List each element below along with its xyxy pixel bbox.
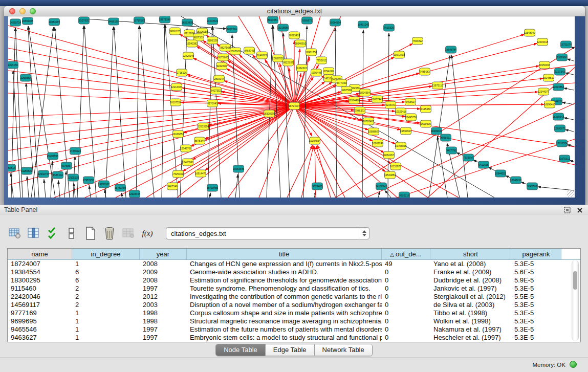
graph-node[interactable]: 7485083 [420,68,430,75]
graph-node[interactable]: 9146821 [257,52,268,59]
graph-node[interactable]: 10653287 [49,18,60,26]
table-cell[interactable]: Hescheler et al. (1997) [430,334,511,342]
table-cell[interactable]: 5.3E-5 [511,301,560,309]
graph-node[interactable]: 17016504 [556,140,568,147]
graph-node[interactable]: 15718485 [207,184,218,191]
table-cell[interactable]: Structural magnetic resonance image aver… [187,317,382,325]
column-header-name[interactable]: name [8,249,72,259]
graph-node[interactable]: 16151977 [390,163,401,170]
table-cell[interactable]: 49 [382,260,430,268]
graph-node[interactable]: 15751074 [560,41,572,48]
float-window-icon[interactable] [564,206,571,215]
tab-network-table[interactable]: Network Table [314,344,372,356]
graph-node[interactable]: 18807249 [372,140,383,147]
graph-node[interactable]: 16648784 [445,46,456,53]
table-cell[interactable]: Jankovic et al. (1997) [430,285,511,293]
graph-node[interactable]: 9860125 [170,28,181,35]
graph-node[interactable]: 6497568 [341,86,352,94]
graph-node[interactable]: 12344077 [538,88,549,95]
graph-node[interactable]: 11156829 [21,167,32,174]
column-header-title[interactable]: title [187,249,382,259]
graph-node[interactable]: 22420046 [183,52,194,59]
graph-node[interactable]: 12942737 [38,170,49,178]
column-header-pagerank[interactable]: pagerank [511,249,561,259]
graph-node[interactable]: 18150097 [539,61,550,69]
graph-node[interactable]: 9777169 [336,79,347,86]
table-cell[interactable]: Yano et al. (2008) [430,260,511,268]
graph-node[interactable]: 12213384 [171,83,182,91]
graph-node[interactable]: 16210643 [553,113,564,120]
table-cell[interactable]: 5.6E-5 [511,268,560,276]
graph-node[interactable]: 7986372 [355,107,365,114]
graph-node[interactable]: 20206556 [47,152,58,160]
graph-node[interactable]: 8466160 [108,18,119,25]
table-cell[interactable]: 19384554 [8,268,72,276]
graph-node[interactable]: 8938921 [441,134,451,141]
table-cell[interactable]: Tibbo et al. (1998) [430,309,511,317]
graph-node[interactable]: 9329966 [557,54,568,61]
graph-node[interactable]: 15248510 [543,74,554,81]
graph-node[interactable]: 6216041 [385,101,396,108]
graph-node[interactable]: 13975115 [432,82,443,89]
table-row[interactable]: 1830029562008Estimation of significance … [8,276,560,285]
tab-node-table[interactable]: Node Table [216,344,265,356]
graph-node[interactable]: 9529405 [312,183,323,190]
graph-node[interactable]: 18300295 [264,110,275,117]
graph-node[interactable]: 16403991 [182,159,193,166]
table-row[interactable]: 911546021997Tourette syndrome. Phenomeno… [8,285,560,293]
graph-node[interactable]: 8454743 [244,47,255,54]
table-row[interactable]: 1938455462009Genome-wide association stu… [8,268,560,276]
table-cell[interactable]: 18300295 [8,276,72,285]
graph-node[interactable]: 19958187 [98,181,110,188]
graph-node[interactable]: 20053346 [233,165,244,172]
function-builder-icon[interactable]: f(x) [141,227,154,240]
graph-node[interactable]: 9457791 [446,147,457,154]
graph-node[interactable]: 8170043 [207,100,218,107]
graph-node[interactable]: 9306673 [302,17,313,24]
table-cell[interactable]: 2 [72,285,140,293]
graph-node[interactable]: 18671388 [159,16,170,23]
table-cell[interactable]: 5.3E-5 [511,260,560,268]
graph-node[interactable]: 18720407 [363,118,374,125]
graph-node[interactable]: 11548049 [524,29,535,36]
graph-node[interactable]: 15692071 [554,125,565,132]
vertical-scrollbar[interactable] [572,260,579,341]
table-cell[interactable]: 0 [382,268,430,276]
graph-node[interactable]: 10719195 [134,17,145,24]
table-cell[interactable]: 0 [382,325,430,334]
citation-network-graph[interactable]: 2405571420691406106532871527602846616010… [8,16,575,198]
table-cell[interactable]: 1 [72,325,140,334]
graph-node[interactable]: 18325419 [289,32,300,39]
graph-node[interactable]: 9603219 [399,192,410,198]
column-header-short[interactable]: short [430,249,511,259]
table-cell[interactable]: 0 [382,293,430,301]
graph-node[interactable]: 9175685 [218,54,229,61]
table-row[interactable]: 946362711997Embryonic stem cells: a mode… [8,334,560,342]
table-cell[interactable]: 1998 [140,317,187,325]
table-cell[interactable]: 22420046 [8,293,72,301]
graph-node[interactable]: 16033809 [182,19,193,26]
table-cell[interactable]: 0 [382,285,430,293]
table-cell[interactable]: 9777169 [8,309,72,317]
table-cell[interactable]: 5.3E-5 [511,325,560,334]
graph-node[interactable]: 14138141 [376,183,387,190]
table-cell[interactable]: 1 [72,309,140,317]
graph-node[interactable]: 20564486 [349,97,360,104]
table-cell[interactable]: 0 [382,301,430,309]
table-cell[interactable]: 0 [382,334,430,342]
table-cell[interactable]: Disruption of a novel member of a sodium… [187,301,382,309]
graph-node[interactable]: 2303159 [8,61,18,69]
window-titlebar[interactable]: citations_edges.txt [4,6,585,16]
table-row[interactable]: 2242004622012Investigating the contribut… [8,293,560,301]
import-table-icon[interactable] [122,227,135,240]
graph-node[interactable]: 9245502 [527,183,538,190]
table-cell[interactable]: Tourette syndrome. Phenomenology and cla… [187,285,382,293]
graph-node[interactable]: 9699695 [421,120,431,127]
graph-node[interactable]: 19384554 [309,137,320,144]
table-cell[interactable]: Estimation of significance thresholds fo… [187,276,382,285]
table-cell[interactable]: 5.9E-5 [511,276,560,285]
graph-node[interactable]: 6794028 [323,68,334,75]
table-cell[interactable]: 5.3E-5 [511,334,560,342]
table-cell[interactable]: Franke et al. (2009) [430,268,511,276]
table-cell[interactable]: 1997 [140,285,187,293]
